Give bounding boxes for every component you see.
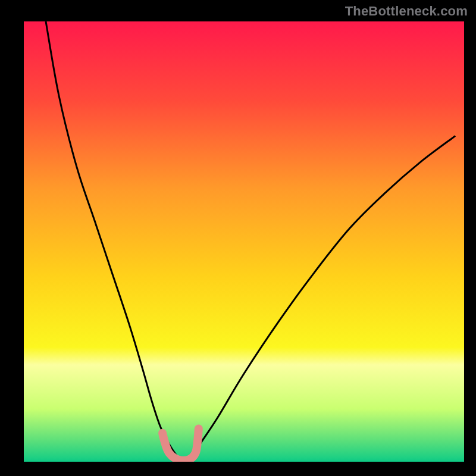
watermark-text: TheBottleneck.com: [345, 4, 468, 19]
chart-frame: TheBottleneck.com: [0, 0, 476, 476]
chart-plot: [24, 21, 464, 462]
chart-background: [24, 21, 464, 462]
